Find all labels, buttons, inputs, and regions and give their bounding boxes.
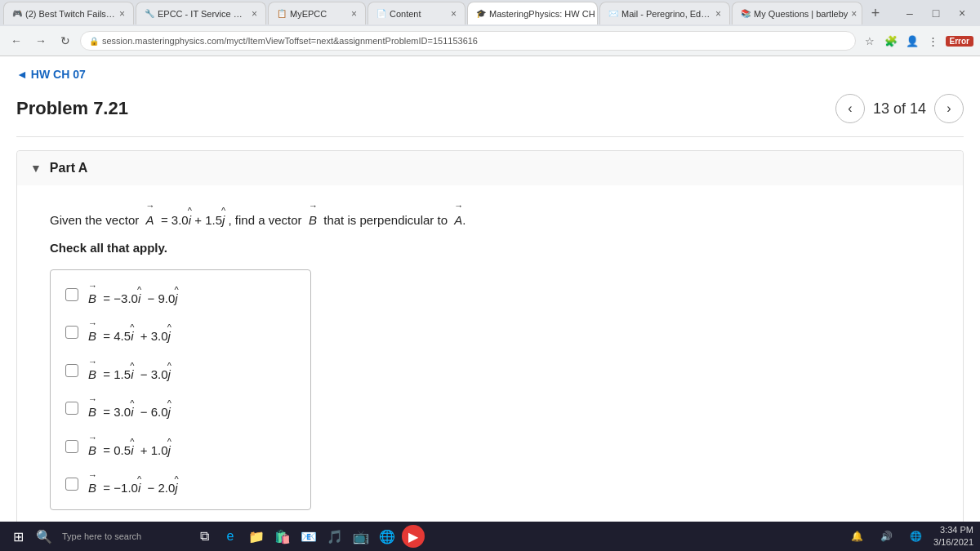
choice-2: → B = 4.5^i + 3.0^j [65,319,296,346]
choice-3-math: → B = 1.5^i − 3.0^j [88,358,171,384]
taskbar-search-label: Type here to search [62,531,141,541]
tab-4[interactable]: 📄 Content × [368,2,466,24]
vec-B-3: → B [88,358,96,384]
checkbox-4[interactable] [65,402,78,415]
tab-close-4[interactable]: × [451,8,457,20]
prev-problem-button[interactable]: ‹ [835,94,865,123]
tab-close-6[interactable]: × [715,8,721,20]
checkbox-2[interactable] [65,326,78,339]
taskbar-search-text[interactable]: Type here to search [59,525,189,548]
back-button[interactable]: ← [7,31,26,51]
notifications-icon[interactable]: 🔔 [845,525,868,548]
tab-close-7[interactable]: × [851,8,857,20]
browser-actions: ☆ 🧩 👤 ⋮ Error [861,32,973,50]
prev-icon: ‹ [848,101,852,116]
address-bar-row: ← → ↻ 🔒 session.masteringphysics.com/myc… [0,26,980,56]
clock-date: 3/16/2021 [933,536,973,549]
page-content: ◄ HW CH 07 Problem 7.21 ‹ 13 of 14 › ▼ P… [0,56,980,551]
taskbar-left: ⊞ 🔍 Type here to search ⧉ e 📁 🛍️ 📧 🎵 📺 🌐… [7,525,425,548]
back-chevron-icon: ◄ [16,68,28,81]
app-icon-2[interactable]: ▶ [402,525,425,548]
restore-button[interactable]: □ [926,3,946,23]
reload-button[interactable]: ↻ [56,31,75,51]
hw-back-label: HW CH 07 [31,68,86,81]
tab-7[interactable]: 📚 My Questions | bartleby × [732,2,862,24]
vector-B-arrow: → B [309,202,317,231]
search-taskbar[interactable]: 🔍 [33,525,56,548]
arrow-symbol-A: → [146,202,154,211]
edge-icon[interactable]: e [219,525,242,548]
choices-box: → B = −3.0^i − 9.0^j → B [50,269,311,510]
close-window-button[interactable]: × [952,3,972,23]
tab-close-1[interactable]: × [119,8,125,20]
vec-B-2: → B [88,319,96,346]
clock-time: 3:34 PM [933,524,973,536]
bookmark-button[interactable]: ☆ [861,32,879,50]
checkbox-3[interactable] [65,364,78,377]
next-icon: › [947,101,951,116]
vector-A-arrow: → A [146,202,154,231]
problem-counter: 13 of 14 [873,100,926,118]
part-a-collapse-icon: ▼ [30,162,42,175]
choice-3: → B = 1.5^i − 3.0^j [65,358,296,384]
tab-2[interactable]: 🔧 EPCC - IT Service Catalog - Blacc × [136,2,266,24]
tab-close-3[interactable]: × [351,8,357,20]
hw-back-link[interactable]: ◄ HW CH 07 [16,56,964,86]
forward-button[interactable]: → [31,31,51,51]
more-button[interactable]: ⋮ [924,32,942,50]
task-view-button[interactable]: ⧉ [193,525,216,548]
checkbox-5[interactable] [65,440,78,453]
tab-3[interactable]: 📋 MyEPCC × [268,2,366,24]
file-explorer-icon[interactable]: 📁 [245,525,268,548]
start-button[interactable]: ⊞ [7,525,29,548]
problem-title: Problem 7.21 [16,98,128,119]
tab-close-2[interactable]: × [252,8,257,20]
music-icon[interactable]: 🎵 [323,525,346,548]
question-text: Given the vector → A = 3.0^i + 1.5^j , f… [50,202,938,231]
choice-4: → B = 3.0^i − 6.0^j [65,395,296,422]
part-a-header[interactable]: ▼ Part A [17,151,963,185]
choice-6: → B = −1.0^i − 2.0^j [65,471,296,498]
profile-button[interactable]: 👤 [903,32,921,50]
vec-B-5: → B [88,433,96,460]
choice-5: → B = 0.5^i + 1.0^j [65,433,296,460]
address-text: session.masteringphysics.com/myct/ItemVi… [102,36,478,46]
tab-5[interactable]: 🎓 MasteringPhysics: HW CH 07 × [467,2,598,24]
vec-B-6: → B [88,471,96,498]
choice-1-math: → B = −3.0^i − 9.0^j [88,282,178,309]
minimize-button[interactable]: – [900,3,920,23]
arrow-symbol-B: → [309,202,317,211]
next-problem-button[interactable]: › [934,94,964,123]
tab-1[interactable]: 🎮 (2) Best Twitch Fails Compilation × [3,2,134,24]
video-icon[interactable]: 📺 [350,525,372,548]
taskbar-clock: 3:34 PM 3/16/2021 [933,524,973,549]
mail-icon[interactable]: 📧 [297,525,320,548]
part-a-body: Given the vector → A = 3.0^i + 1.5^j , f… [17,185,963,551]
volume-icon[interactable]: 🔊 [875,525,898,548]
address-box[interactable]: 🔒 session.masteringphysics.com/myct/Item… [80,31,856,51]
tabs-bar: 🎮 (2) Best Twitch Fails Compilation × 🔧 … [0,0,980,26]
error-badge: Error [946,36,973,47]
i-hat: ^i [189,210,191,231]
extensions-button[interactable]: 🧩 [882,32,900,50]
vec-B-4: → B [88,395,96,422]
network-icon[interactable]: 🌐 [904,525,927,548]
problem-nav: ‹ 13 of 14 › [835,94,964,123]
j-hat: ^j [222,210,225,231]
store-icon[interactable]: 🛍️ [271,525,294,548]
instruction-text: Check all that apply. [50,241,938,255]
part-a-section: ▼ Part A Given the vector → A = 3.0^i + … [16,150,964,551]
part-a-label: Part A [50,161,88,176]
vec-B-letter: B [309,213,317,227]
checkbox-1[interactable] [65,288,78,301]
choice-6-math: → B = −1.0^i − 2.0^j [88,471,178,498]
tab-6[interactable]: ✉️ Mail - Peregrino, Edgar M. - Ou... × [599,2,730,24]
app-icon-1[interactable]: 🌐 [376,525,399,548]
vec-A-letter: A [146,213,154,227]
choice-4-math: → B = 3.0^i − 6.0^j [88,395,171,422]
checkbox-6[interactable] [65,478,78,491]
new-tab-button[interactable]: + [864,2,887,24]
browser-chrome: 🎮 (2) Best Twitch Fails Compilation × 🔧 … [0,0,980,56]
vec-A-letter-2: A [454,213,462,227]
taskbar-right: 🔔 🔊 🌐 3:34 PM 3/16/2021 [845,524,973,549]
